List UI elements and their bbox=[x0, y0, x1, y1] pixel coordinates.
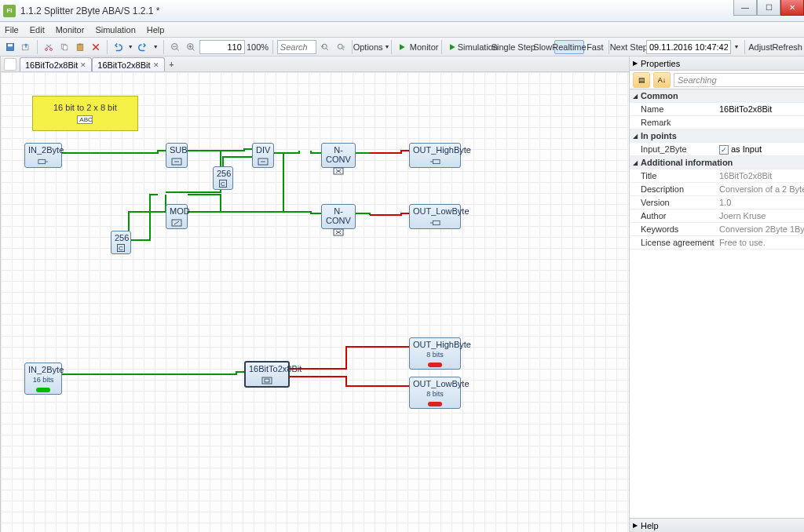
prop-author-value[interactable]: Joern Kruse bbox=[716, 211, 804, 220]
tab-close-icon[interactable]: ✕ bbox=[80, 61, 86, 69]
tab-1[interactable]: 16BitTo2x8Bit✕ bbox=[20, 57, 92, 71]
copy-icon[interactable] bbox=[57, 40, 71, 54]
next-step-button[interactable]: Next Step bbox=[613, 40, 645, 54]
svg-rect-66 bbox=[433, 220, 440, 224]
tab-2[interactable]: 16BitTo2x8Bit✕ bbox=[92, 57, 164, 71]
cut-icon[interactable] bbox=[42, 40, 56, 54]
menu-simulation[interactable]: Simulation bbox=[95, 25, 135, 35]
play-icon[interactable] bbox=[395, 40, 409, 54]
redo-dropdown-icon[interactable]: ▼ bbox=[152, 40, 159, 54]
undo-dropdown-icon[interactable]: ▼ bbox=[126, 40, 134, 54]
block-nconv-1[interactable]: N-CONV bbox=[321, 143, 356, 168]
minimize-button[interactable]: — bbox=[733, 0, 757, 16]
realtime-button[interactable]: Realtime bbox=[554, 40, 583, 54]
properties-search[interactable]: Searching✕ bbox=[674, 73, 804, 87]
tab-bar: 16BitTo2x8Bit✕ 16BitTo2x8Bit✕ + bbox=[1, 56, 629, 72]
svg-rect-65 bbox=[433, 159, 440, 163]
menu-bar: File Edit Monitor Simulation Help bbox=[0, 22, 804, 38]
close-button[interactable]: ✕ bbox=[780, 0, 804, 16]
svg-rect-8 bbox=[79, 43, 81, 45]
block-16bitto2x8bit[interactable]: 16BitTo2x8Bit bbox=[244, 361, 290, 388]
menu-monitor[interactable]: Monitor bbox=[56, 25, 85, 35]
prop-name-value[interactable]: 16BitTo2x8Bit bbox=[716, 104, 804, 114]
simulation-button[interactable]: Simulation bbox=[461, 40, 494, 54]
redo-icon[interactable] bbox=[136, 40, 150, 54]
prop-keywords-value[interactable]: Conversion 2Byte 1Byte bbox=[716, 224, 804, 234]
timestamp-input[interactable] bbox=[646, 40, 731, 54]
menu-edit[interactable]: Edit bbox=[30, 25, 45, 35]
app-icon: FI bbox=[3, 5, 16, 17]
svg-rect-67 bbox=[262, 377, 272, 384]
monitor-button[interactable]: Monitor bbox=[411, 40, 437, 54]
svg-rect-6 bbox=[63, 45, 67, 49]
svg-rect-1 bbox=[8, 44, 13, 46]
prop-desc-value[interactable]: Conversion of a 2 Byte Unsigned to bbox=[716, 184, 804, 194]
editor-area: 16BitTo2x8Bit✕ 16BitTo2x8Bit✕ + bbox=[1, 56, 630, 532]
abc-icon: ABC bbox=[77, 115, 93, 124]
block-sub[interactable]: SUB bbox=[166, 143, 188, 168]
tab-close-icon[interactable]: ✕ bbox=[153, 61, 159, 69]
tab-home-icon[interactable] bbox=[4, 58, 16, 71]
block-in-2byte-2[interactable]: IN_2Byte16 bits bbox=[24, 363, 62, 395]
properties-header: Properties bbox=[641, 59, 680, 68]
comment-sticky[interactable]: 16 bit to 2 x 8 bit ABC bbox=[32, 96, 138, 131]
block-out-highbyte[interactable]: OUT_HighByte bbox=[409, 143, 461, 168]
prop-title-value[interactable]: 16BitTo2x8Bit bbox=[716, 171, 804, 180]
slow-button[interactable]: Slow bbox=[532, 40, 553, 54]
paste-icon[interactable] bbox=[73, 40, 87, 54]
block-out-lowbyte-2[interactable]: OUT_LowByte8 bits bbox=[409, 377, 461, 409]
undo-icon[interactable] bbox=[111, 40, 125, 54]
adjust-button[interactable]: Adjust bbox=[749, 40, 773, 54]
zoom-in-icon[interactable] bbox=[184, 40, 198, 54]
block-out-lowbyte[interactable]: OUT_LowByte bbox=[409, 204, 461, 229]
fast-button[interactable]: Fast bbox=[586, 40, 605, 54]
timestamp-dropdown-icon[interactable]: ▼ bbox=[733, 40, 740, 54]
maximize-button[interactable]: ☐ bbox=[757, 0, 780, 16]
prop-license-value[interactable]: Free to use. bbox=[716, 238, 804, 247]
block-in-2byte[interactable]: IN_2Byte bbox=[24, 143, 62, 168]
svg-point-4 bbox=[49, 48, 52, 50]
block-mod[interactable]: MOD bbox=[166, 204, 188, 229]
search-next-icon[interactable] bbox=[334, 40, 348, 54]
svg-rect-59 bbox=[38, 159, 46, 163]
block-nconv-2[interactable]: N-CONV bbox=[321, 204, 356, 229]
zoom-percent[interactable]: 100% bbox=[247, 40, 269, 54]
tab-add-button[interactable]: + bbox=[165, 57, 179, 71]
svg-point-3 bbox=[45, 48, 47, 50]
single-step-button[interactable]: Single Step bbox=[495, 40, 531, 54]
sort-category-icon[interactable]: ▤ bbox=[633, 72, 650, 88]
search-input[interactable] bbox=[277, 40, 316, 54]
menu-help[interactable]: Help bbox=[147, 25, 165, 35]
svg-point-11 bbox=[322, 44, 327, 49]
help-header[interactable]: Help bbox=[641, 521, 659, 530]
prop-input-asinput[interactable]: ✓as Input bbox=[716, 144, 804, 155]
save-icon[interactable] bbox=[3, 40, 17, 54]
menu-file[interactable]: File bbox=[5, 25, 19, 35]
svg-point-12 bbox=[338, 44, 342, 49]
search-prev-icon[interactable] bbox=[318, 40, 332, 54]
prop-version-value[interactable]: 1.0 bbox=[716, 198, 804, 207]
window-titlebar: FI 1.1.2 Splitter 2Byte ABA/S 1.2.1 * — … bbox=[0, 0, 804, 22]
refresh-button[interactable]: Refresh bbox=[773, 40, 801, 54]
block-div[interactable]: DIV bbox=[252, 143, 274, 168]
delete-icon[interactable] bbox=[89, 40, 103, 54]
zoom-out-icon[interactable] bbox=[168, 40, 182, 54]
window-title: 1.1.2 Splitter 2Byte ABA/S 1.2.1 * bbox=[20, 5, 159, 16]
main-toolbar: ▼ ▼ 100% Options ▼ Monitor Simulation Si… bbox=[0, 38, 804, 56]
options-button[interactable]: Options ▼ bbox=[356, 40, 386, 54]
block-out-highbyte-2[interactable]: OUT_HighByte8 bits bbox=[409, 337, 461, 370]
block-const-256a[interactable]: 256C bbox=[213, 166, 233, 190]
zoom-value-input[interactable] bbox=[199, 40, 245, 54]
svg-rect-68 bbox=[265, 379, 269, 382]
sort-alpha-icon[interactable]: A↓ bbox=[653, 72, 671, 88]
properties-panel: ▶Properties ▤ A↓ Searching✕ ◢Common Name… bbox=[630, 56, 804, 532]
block-const-256b[interactable]: 256C bbox=[111, 231, 131, 254]
diagram-canvas[interactable]: 16 bit to 2 x 8 bit ABC IN_2Byte SUB 256… bbox=[1, 72, 629, 532]
export-icon[interactable] bbox=[19, 40, 33, 54]
